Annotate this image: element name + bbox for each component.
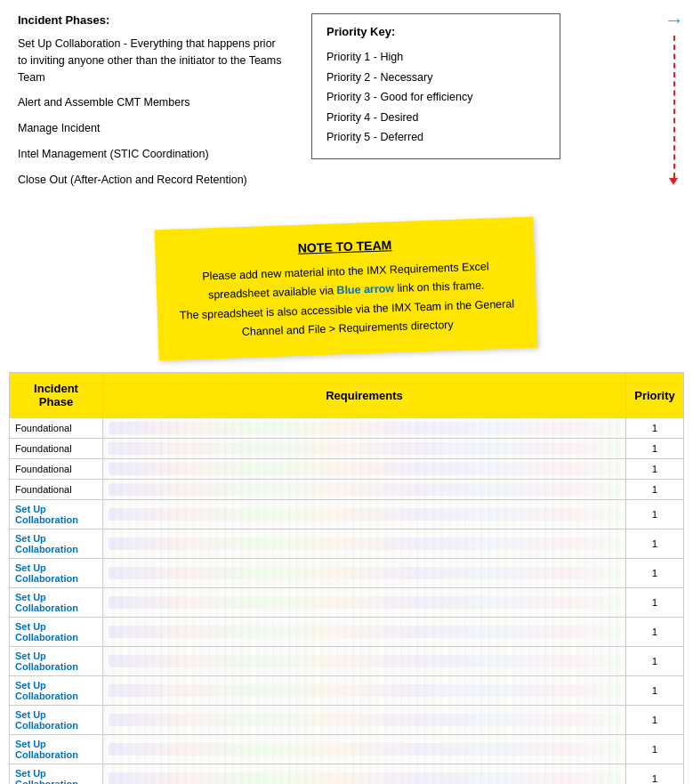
note-body: Please add new material into the IMX Req… xyxy=(178,257,515,344)
cell-requirement xyxy=(103,500,626,529)
cell-phase: Set Up Collaboration xyxy=(10,618,103,647)
priority-key-box: Priority Key: Priority 1 - High Priority… xyxy=(311,13,560,159)
table-row: Set Up Collaboration1 xyxy=(10,559,684,588)
priority-3: Priority 3 - Good for efficiency xyxy=(326,87,545,108)
table-row: Set Up Collaboration1 xyxy=(10,706,684,735)
arrow-area: → xyxy=(665,9,684,178)
phase-4: Intel Management (STIC Coordination) xyxy=(18,146,285,163)
table-row: Foundational1 xyxy=(10,480,684,500)
note-line3: The spreadsheet is also accessible via t… xyxy=(180,297,515,321)
table-section: Incident Phase Requirements Priority Fou… xyxy=(9,372,684,784)
cell-phase: Set Up Collaboration xyxy=(10,706,103,735)
cell-requirement xyxy=(103,676,626,706)
top-section: Incident Phases: Set Up Collaboration - … xyxy=(0,0,693,206)
incident-phases-title: Incident Phases: xyxy=(18,13,285,27)
cell-phase: Foundational xyxy=(10,439,103,459)
cell-priority: 1 xyxy=(626,706,684,735)
cell-requirement xyxy=(103,459,626,480)
cell-priority: 1 xyxy=(626,735,684,764)
cell-priority: 1 xyxy=(626,647,684,676)
note-line2b: link on this frame. xyxy=(398,279,485,295)
priority-key-items: Priority 1 - High Priority 2 - Necessary… xyxy=(326,47,545,148)
cell-phase: Set Up Collaboration xyxy=(10,529,103,559)
table-row: Set Up Collaboration1 xyxy=(10,647,684,676)
cell-phase: Set Up Collaboration xyxy=(10,735,103,764)
cell-priority: 1 xyxy=(626,439,684,459)
cell-phase: Set Up Collaboration xyxy=(10,559,103,588)
cell-requirement xyxy=(103,764,626,784)
table-row: Set Up Collaboration1 xyxy=(10,764,684,784)
note-line2: spreadsheet available via xyxy=(208,285,337,302)
priority-5: Priority 5 - Deferred xyxy=(326,127,545,148)
phase-1: Set Up Collaboration - Everything that h… xyxy=(18,36,285,85)
cell-priority: 1 xyxy=(626,588,684,618)
cell-phase: Foundational xyxy=(10,418,103,439)
table-header-row: Incident Phase Requirements Priority xyxy=(10,373,684,418)
priority-key-title: Priority Key: xyxy=(326,25,545,38)
table-row: Set Up Collaboration1 xyxy=(10,500,684,529)
table-row: Set Up Collaboration1 xyxy=(10,676,684,706)
note-line4: Channel and File > Requirements director… xyxy=(242,319,454,338)
cell-requirement xyxy=(103,559,626,588)
phase-3: Manage Incident xyxy=(18,120,285,137)
cell-priority: 1 xyxy=(626,529,684,559)
cell-priority: 1 xyxy=(626,480,684,500)
th-requirements: Requirements xyxy=(103,373,626,418)
cell-requirement xyxy=(103,418,626,439)
table-row: Set Up Collaboration1 xyxy=(10,588,684,618)
table-body: Foundational1Foundational1Foundational1F… xyxy=(10,418,684,784)
requirements-table: Incident Phase Requirements Priority Fou… xyxy=(9,372,684,784)
cell-phase: Set Up Collaboration xyxy=(10,676,103,706)
table-row: Foundational1 xyxy=(10,459,684,480)
cell-priority: 1 xyxy=(626,459,684,480)
cell-priority: 1 xyxy=(626,418,684,439)
cell-phase: Foundational xyxy=(10,459,103,480)
cell-requirement xyxy=(103,647,626,676)
cell-requirement xyxy=(103,588,626,618)
table-row: Foundational1 xyxy=(10,418,684,439)
cell-phase: Set Up Collaboration xyxy=(10,647,103,676)
cell-priority: 1 xyxy=(626,618,684,647)
cell-phase: Set Up Collaboration xyxy=(10,764,103,784)
priority-4: Priority 4 - Desired xyxy=(326,108,545,128)
cell-requirement xyxy=(103,480,626,500)
phase-5: Close Out (After-Action and Record Reten… xyxy=(18,172,285,189)
cell-priority: 1 xyxy=(626,500,684,529)
note-title: NOTE TO TEAM xyxy=(177,234,512,260)
cell-requirement xyxy=(103,706,626,735)
cell-priority: 1 xyxy=(626,764,684,784)
cell-priority: 1 xyxy=(626,676,684,706)
cell-requirement xyxy=(103,529,626,559)
priority-2: Priority 2 - Necessary xyxy=(326,68,545,88)
note-section: NOTE TO TEAM Please add new material int… xyxy=(18,223,675,354)
note-box: NOTE TO TEAM Please add new material int… xyxy=(155,217,538,361)
cell-requirement xyxy=(103,439,626,459)
cell-phase: Set Up Collaboration xyxy=(10,588,103,618)
incident-phases: Incident Phases: Set Up Collaboration - … xyxy=(18,13,285,197)
cell-phase: Set Up Collaboration xyxy=(10,500,103,529)
cell-priority: 1 xyxy=(626,559,684,588)
note-blue-arrow: Blue arrow xyxy=(337,283,399,297)
priority-1: Priority 1 - High xyxy=(326,47,545,68)
table-row: Set Up Collaboration1 xyxy=(10,529,684,559)
table-row: Set Up Collaboration1 xyxy=(10,618,684,647)
th-incident-phase: Incident Phase xyxy=(10,373,103,418)
th-priority: Priority xyxy=(626,373,684,418)
dashed-arrow-decoration xyxy=(673,36,675,178)
blue-right-arrow-icon[interactable]: → xyxy=(665,9,684,32)
cell-requirement xyxy=(103,618,626,647)
cell-phase: Foundational xyxy=(10,480,103,500)
table-row: Foundational1 xyxy=(10,439,684,459)
table-row: Set Up Collaboration1 xyxy=(10,735,684,764)
cell-requirement xyxy=(103,735,626,764)
phase-2: Alert and Assemble CMT Members xyxy=(18,94,285,111)
